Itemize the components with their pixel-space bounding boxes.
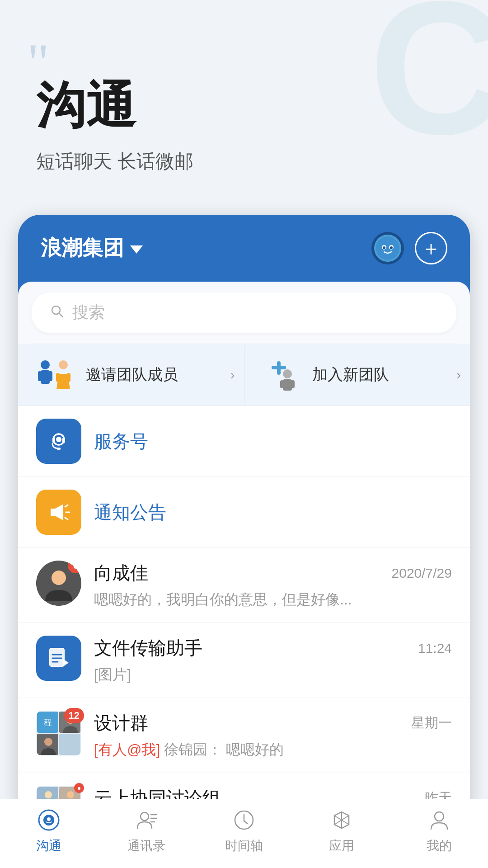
chat-time: 2020/7/29	[392, 566, 452, 581]
chat-avatar-xiangchengjia: 8	[36, 561, 81, 606]
main-card: 浪潮集团	[18, 215, 470, 868]
chat-info-design: 设计群 星期一 [有人@我] 徐锦园： 嗯嗯好的	[94, 711, 452, 760]
add-button[interactable]: ＋	[415, 232, 447, 264]
invite-arrow-icon: ›	[230, 367, 235, 382]
contacts-nav-icon	[135, 808, 158, 834]
notice-item[interactable]: 通知公告	[18, 477, 470, 548]
megaphone-icon	[46, 500, 71, 525]
nav-item-apps[interactable]: 应用	[293, 808, 390, 854]
avatar-cell-3	[37, 734, 58, 755]
avatar-cell-1: 程	[37, 712, 58, 733]
avatar-cell-4	[59, 734, 80, 755]
avatar-icon	[375, 236, 400, 261]
svg-line-59	[244, 821, 248, 824]
file-transfer-icon	[46, 646, 71, 671]
chat-nav-icon	[37, 808, 61, 834]
invite-team-banner[interactable]: 邀请团队成员 ›	[18, 344, 244, 406]
svg-line-29	[65, 518, 68, 519]
svg-rect-18	[283, 379, 292, 391]
chat-item-xiangchengjia[interactable]: 8 向成佳 2020/7/29 嗯嗯好的，我明白你的意思，但是好像...	[18, 548, 470, 623]
join-label: 加入新团队	[312, 364, 389, 385]
design-group-name: 设计群	[94, 711, 148, 736]
file-transfer-avatar-wrap	[36, 636, 81, 681]
svg-rect-24	[62, 438, 65, 443]
headset-icon	[46, 429, 71, 454]
svg-point-64	[435, 812, 444, 821]
join-illustration	[258, 357, 303, 393]
svg-rect-25	[57, 448, 61, 450]
card-content: 搜索	[18, 282, 470, 868]
svg-marker-37	[63, 659, 69, 666]
design-group-preview: [有人@我] 徐锦园： 嗯嗯好的	[94, 740, 452, 760]
svg-point-43	[45, 791, 52, 798]
svg-point-4	[390, 246, 393, 249]
notice-icon-bg	[36, 490, 81, 535]
svg-point-53	[141, 812, 149, 821]
chat-item-design-group[interactable]: 程	[18, 698, 470, 773]
search-icon	[50, 304, 64, 322]
nav-item-chat[interactable]: 沟通	[0, 808, 98, 854]
nav-item-timeline[interactable]: 时间轴	[195, 808, 293, 854]
svg-rect-26	[51, 509, 55, 516]
svg-point-3	[383, 246, 385, 249]
nav-item-contacts[interactable]: 通讯录	[98, 808, 195, 854]
svg-rect-9	[38, 371, 42, 381]
header-actions: ＋	[371, 232, 447, 264]
chat-top-file: 文件传输助手 11:24	[94, 636, 452, 660]
mention-text: [有人@我]	[94, 741, 160, 758]
chat-info-xiangchengjia: 向成佳 2020/7/29 嗯嗯好的，我明白你的意思，但是好像...	[94, 561, 452, 610]
preview-sender: 徐锦园： 嗯嗯好的	[164, 741, 284, 758]
cloud-group-badge: ●	[74, 783, 84, 793]
search-input-area[interactable]: 搜索	[32, 292, 456, 333]
svg-rect-10	[49, 371, 52, 381]
design-group-time: 星期一	[411, 714, 452, 732]
chat-preview: 嗯嗯好的，我明白你的意思，但是好像...	[94, 590, 452, 610]
svg-point-52	[47, 817, 51, 821]
org-selector[interactable]: 浪潮集团	[41, 234, 143, 262]
invite-label: 邀请团队成员	[86, 364, 178, 385]
chat-item-filetransfer[interactable]: 文件传输助手 11:24 [图片]	[18, 623, 470, 698]
app-title: 沟通	[36, 72, 452, 140]
svg-point-0	[376, 236, 399, 260]
svg-point-11	[59, 360, 68, 369]
svg-point-41	[44, 738, 52, 746]
profile-nav-icon	[427, 808, 451, 834]
svg-rect-13	[56, 373, 60, 382]
notice-label: 通知公告	[94, 500, 166, 525]
file-transfer-time: 11:24	[418, 641, 452, 656]
svg-rect-8	[41, 370, 50, 384]
apps-nav-label: 应用	[329, 837, 354, 854]
timeline-nav-label: 时间轴	[225, 837, 263, 854]
app-header: 沟通 短话聊天 长话微邮	[0, 0, 488, 201]
app-subtitle: 短话聊天 长话微邮	[36, 149, 452, 174]
svg-point-7	[41, 360, 50, 369]
service-number-item[interactable]: 服务号	[18, 406, 470, 477]
svg-rect-19	[280, 380, 284, 388]
avatar-face	[374, 235, 401, 262]
card-header: 浪潮集团	[18, 215, 470, 282]
chat-nav-label: 沟通	[36, 837, 61, 854]
svg-rect-20	[291, 380, 295, 388]
design-group-avatar-wrap: 程	[36, 711, 81, 756]
svg-rect-14	[67, 373, 70, 382]
chat-top: 向成佳 2020/7/29	[94, 561, 452, 585]
app-title-text: 沟通	[36, 72, 136, 140]
action-banners: 邀请团队成员 › 加入新团队 ›	[18, 344, 470, 406]
file-transfer-name: 文件传输助手	[94, 636, 202, 660]
svg-rect-23	[52, 438, 55, 443]
dropdown-arrow-icon	[130, 245, 143, 254]
profile-nav-label: 我的	[427, 837, 452, 854]
search-placeholder: 搜索	[72, 302, 105, 324]
apps-nav-icon	[330, 808, 353, 834]
join-team-banner[interactable]: 加入新团队 ›	[244, 344, 470, 406]
nav-item-profile[interactable]: 我的	[390, 808, 488, 854]
service-label: 服务号	[94, 429, 148, 454]
user-avatar-button[interactable]	[371, 232, 404, 264]
chat-name: 向成佳	[94, 561, 148, 585]
svg-rect-32	[50, 648, 64, 666]
svg-line-27	[65, 505, 68, 507]
svg-point-31	[52, 571, 66, 585]
search-bar: 搜索	[32, 282, 456, 344]
chat-info-filetransfer: 文件传输助手 11:24 [图片]	[94, 636, 452, 685]
contacts-nav-label: 通讯录	[127, 837, 165, 854]
